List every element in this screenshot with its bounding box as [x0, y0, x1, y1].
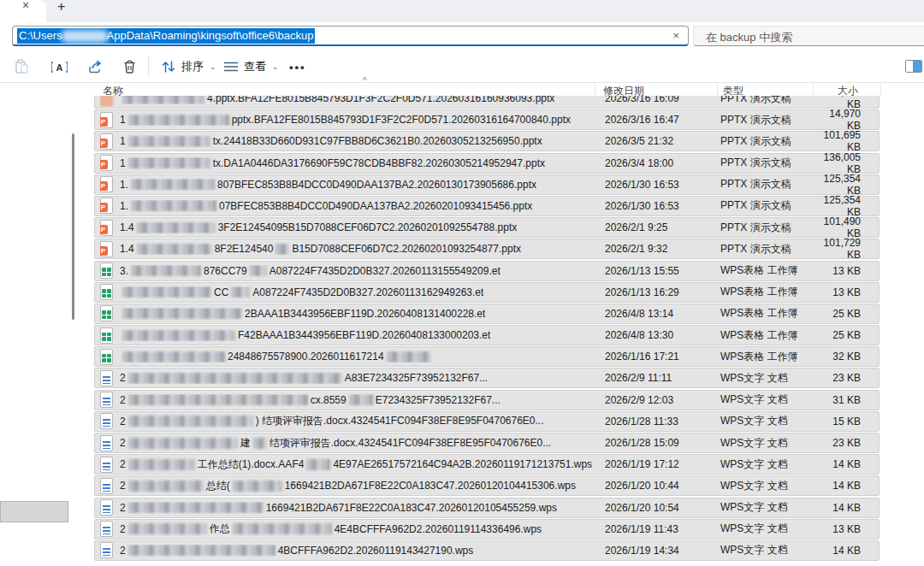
address-row: C:\UsersAppData\Roaming\kingsoft\office6…	[0, 22, 924, 50]
file-row[interactable]: 2作总4E4BCFFFA962D2.20260119114336496.wps2…	[94, 519, 880, 539]
nav-scrollbar[interactable]	[72, 133, 74, 320]
file-row[interactable]: P1tx.24418B33D660D931C97FBB8D6C3621B0.20…	[94, 131, 880, 151]
file-date: 2026/1/19 11:43	[598, 523, 720, 535]
file-type: WPS表格 工作簿	[720, 285, 816, 299]
file-size: 125,354 KB	[816, 173, 861, 197]
share-button[interactable]	[83, 55, 108, 79]
file-row[interactable]: P1.807BFEC853B8B4DCC0D490DAA137BA2.20260…	[94, 174, 880, 195]
file-date: 2026/1/20 10:44	[598, 480, 720, 492]
header-separator	[813, 83, 814, 96]
file-row[interactable]: P1tx.DA1A0446DA3176690F59C78CDB4BBF82.20…	[94, 153, 880, 174]
file-list: 4.pptx.BFA12FE8015B845793D1F3F2C2F0D571.…	[94, 96, 880, 566]
more-options-button[interactable]: •••	[285, 55, 311, 79]
sort-label: 排序	[181, 59, 204, 74]
details-pane-icon[interactable]	[905, 60, 922, 73]
rename-button[interactable]: A	[47, 55, 72, 79]
file-row[interactable]: CCA087224F7435D2D0B327.20260113162949263…	[94, 282, 880, 303]
file-row[interactable]: 4.pptx.BFA12FE8015B845793D1F3F2C2F0D571.…	[94, 96, 880, 109]
file-date: 2026/3/16 16:47	[598, 114, 720, 126]
redacted-nav-item[interactable]	[0, 501, 68, 522]
file-type: PPTX 演示文稿	[720, 96, 816, 106]
doc-file-icon	[100, 542, 113, 558]
new-tab-icon[interactable]: +	[57, 0, 65, 15]
file-row[interactable]: P1.43F2E12454095B15D7088CEF06D7C2.202602…	[94, 217, 880, 238]
address-selected-text: C:\UsersAppData\Roaming\kingsoft\office6…	[17, 28, 315, 44]
file-type: WPS文字 文档	[720, 500, 816, 515]
spreadsheet-file-icon	[100, 327, 113, 344]
clear-address-icon[interactable]: ×	[672, 29, 679, 42]
active-tab[interactable]: ×	[0, 0, 46, 22]
file-date: 2026/2/1 9:32	[598, 243, 720, 255]
address-input[interactable]: C:\UsersAppData\Roaming\kingsoft\office6…	[12, 26, 689, 46]
doc-file-icon	[100, 392, 113, 408]
file-row[interactable]: 2) 结项评审报告.docx.4324541FC094F38EF8E95F047…	[94, 411, 880, 432]
redacted-text	[128, 373, 342, 384]
chevron-down-icon: ⌄	[272, 62, 279, 71]
file-size: 14,970 KB	[816, 108, 861, 132]
file-row[interactable]: P1pptx.BFA12FE8015B845793D1F3F2C2F0D571.…	[94, 109, 880, 130]
file-date: 2026/3/4 18:00	[598, 157, 720, 169]
file-row[interactable]: 24848675578900.20260116172142026/1/16 17…	[94, 346, 880, 367]
file-row[interactable]: 2工作总结(1).docx.AAF44E97AE26517572164C94A2…	[94, 454, 880, 475]
redacted-text	[137, 244, 212, 255]
file-type: PPTX 演示文稿	[720, 198, 816, 213]
redacted-username	[61, 30, 109, 43]
file-size: 31 KB	[816, 394, 861, 406]
file-date: 2026/4/8 13:30	[598, 329, 720, 341]
redacted-text	[253, 438, 267, 449]
file-row[interactable]: 2总结(1669421B2DA671F8E22C0A183C47.2026012…	[94, 475, 880, 496]
ppt-file-icon: P	[100, 220, 113, 236]
file-name: 1pptx.BFA12FE8015B845793D1F3F2C2F0D571.2…	[120, 114, 571, 126]
file-date: 2026/1/30 16:53	[598, 200, 720, 212]
spreadsheet-file-icon	[100, 262, 113, 279]
doc-file-icon	[100, 478, 113, 494]
file-type: PPTX 演示文稿	[720, 134, 816, 149]
file-name: F42BAAA1B3443956EBF119D.2026040813300020…	[120, 329, 490, 341]
file-type: WPS文字 文档	[720, 522, 816, 536]
file-row[interactable]: 24BCFFFA962D2.20260119143427190.wps2026/…	[94, 540, 880, 561]
redacted-text	[122, 96, 204, 104]
paste-button[interactable]	[10, 55, 33, 79]
file-size: 23 KB	[816, 437, 861, 449]
view-button[interactable]: 查看 ⌄	[219, 55, 283, 79]
file-row[interactable]: 21669421B2DA671F8E22C0A183C47.2026012010…	[94, 498, 880, 518]
file-date: 2026/1/19 14:34	[598, 545, 720, 557]
doc-file-icon	[100, 413, 113, 429]
file-date: 2026/3/16 16:09	[598, 96, 720, 104]
navigation-pane	[0, 83, 81, 566]
file-size: 13 KB	[816, 265, 861, 277]
redacted-text	[128, 416, 253, 427]
spreadsheet-file-icon	[100, 349, 113, 365]
close-tab-icon[interactable]: ×	[22, 0, 29, 12]
redacted-text	[131, 265, 201, 276]
file-type: WPS表格 工作簿	[720, 263, 816, 278]
file-type: WPS表格 工作簿	[720, 328, 816, 343]
file-row[interactable]: F42BAAA1B3443956EBF119D.2026040813300020…	[94, 325, 880, 345]
file-row[interactable]: P1.48F2E124540B15D7088CEF06D7C2.20260201…	[94, 239, 880, 259]
file-row[interactable]: 2A83E7234325F73952132F67...2026/2/9 11:1…	[94, 368, 880, 388]
file-size: 13 KB	[816, 523, 861, 535]
redacted-text	[128, 481, 204, 492]
file-name: 2) 结项评审报告.docx.4324541FC094F38EF8E95F047…	[120, 414, 544, 428]
file-size: 101,490 KB	[816, 215, 861, 239]
file-row[interactable]: 2建结项评审报告.docx.4324541FC094F38EF8E95F0470…	[94, 433, 880, 453]
redacted-text	[349, 394, 373, 405]
file-date: 2026/1/28 15:09	[598, 437, 720, 449]
doc-file-icon	[100, 521, 113, 537]
sort-button[interactable]: 排序 ⌄	[157, 55, 221, 79]
delete-button[interactable]	[118, 55, 141, 79]
file-row[interactable]: P1.07BFEC853B8B4DCC0D490DAA137BA2.202602…	[94, 196, 880, 216]
file-size: 136,005 KB	[816, 151, 861, 175]
file-row[interactable]: 2BAAA1B3443956EBF119D.20260408131400228.…	[94, 304, 880, 324]
file-row[interactable]: 3.876CC79A087224F7435D2D0B327.2026011315…	[94, 261, 880, 281]
file-size: 25 KB	[816, 308, 861, 320]
redacted-text	[128, 157, 210, 168]
doc-file-icon	[100, 457, 113, 473]
file-name: 21669421B2DA671F8E22C0A183C47.2026012010…	[120, 502, 557, 514]
search-input[interactable]: 在 backup 中搜索	[693, 26, 924, 46]
file-date: 2026/1/19 17:12	[598, 458, 720, 470]
file-row[interactable]: 2cx.8559E7234325F73952132F67...2026/2/9 …	[94, 390, 880, 410]
file-date: 2026/1/28 11:33	[598, 416, 720, 427]
file-size: 14 KB	[816, 458, 861, 470]
file-date: 2026/3/5 21:32	[598, 135, 720, 147]
